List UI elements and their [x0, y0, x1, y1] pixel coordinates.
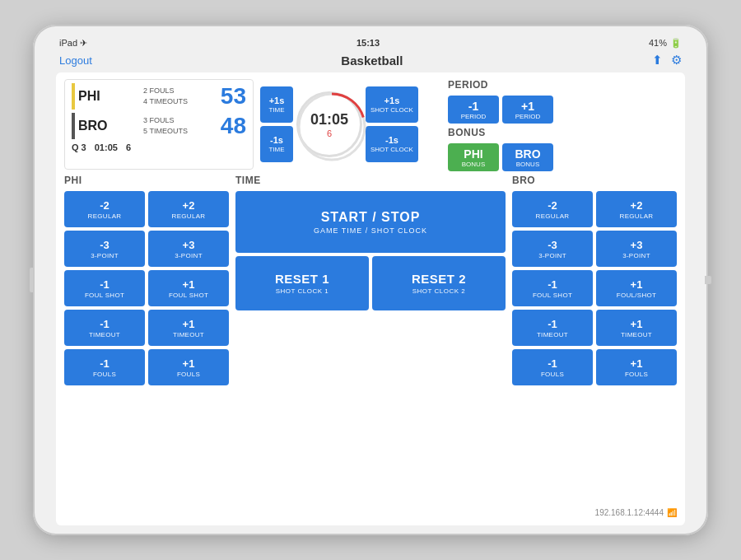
- period-label: PERIOD: [448, 79, 677, 91]
- bro-plus3-button[interactable]: +33-POINT: [596, 231, 677, 267]
- side-button-right: [705, 276, 711, 284]
- team1-fouls: 2 FOULS: [143, 86, 188, 96]
- bro-section-label: BRO: [512, 175, 677, 186]
- phi-row-2: -33-POINT +33-POINT: [64, 231, 229, 267]
- plus1s-time-button[interactable]: +1s TIME: [260, 86, 293, 123]
- time-column: TIME START / STOP GAME TIME / SHOT CLOCK…: [235, 175, 506, 502]
- share-icon[interactable]: ⬆: [652, 53, 663, 68]
- footer: 192.168.1.12:4444 📶: [64, 506, 677, 519]
- bro-minus1-timeout-button[interactable]: -1TIMEOUT: [512, 310, 593, 346]
- main-content: PHI 2 FOULS 4 TIMEOUTS 53 BRO 3 FOULS 5 …: [56, 72, 685, 525]
- scoreboard: PHI 2 FOULS 4 TIMEOUTS 53 BRO 3 FOULS 5 …: [64, 79, 254, 170]
- ip-address: 192.168.1.12:4444: [595, 508, 664, 517]
- phi-row-1: -2REGULAR +2REGULAR: [64, 191, 229, 227]
- phi-bonus-button[interactable]: PHI BONUS: [448, 143, 499, 171]
- phi-minus1-fouls-button[interactable]: -1FOULS: [64, 349, 145, 385]
- phi-plus3-button[interactable]: +33-POINT: [148, 231, 229, 267]
- clock-display: 01:05 6: [296, 91, 362, 157]
- bro-row-2: -33-POINT +33-POINT: [512, 231, 677, 267]
- phi-section-label: PHI: [64, 175, 229, 186]
- bro-minus1-foul-button[interactable]: -1FOUL SHOT: [512, 270, 593, 306]
- bro-column: BRO -2REGULAR +2REGULAR -33-POINT +33-PO…: [512, 175, 677, 502]
- phi-column: PHI -2REGULAR +2REGULAR -33-POINT +33-PO…: [64, 175, 229, 502]
- plus1s-shot-button[interactable]: +1s SHOT CLOCK: [366, 86, 418, 123]
- bro-plus1-foul-button[interactable]: +1FOUL/SHOT: [596, 270, 677, 306]
- reset1-button[interactable]: RESET 1 SHOT CLOCK 1: [235, 256, 369, 310]
- bro-row-3: -1FOUL SHOT +1FOUL/SHOT: [512, 270, 677, 306]
- bro-plus1-timeout-button[interactable]: +1TIMEOUT: [596, 310, 677, 346]
- bonus-label: BONUS: [448, 127, 677, 138]
- game-time: 01:05: [95, 142, 118, 152]
- phi-row-5: -1FOULS +1FOULS: [64, 349, 229, 385]
- bro-minus3-button[interactable]: -33-POINT: [512, 231, 593, 267]
- time-section-label: TIME: [235, 175, 506, 186]
- battery-label: 41%: [649, 38, 667, 48]
- team2-timeouts: 5 TIMEOUTS: [143, 126, 188, 137]
- status-bar: iPad ✈ 15:13 41% 🔋: [56, 35, 685, 51]
- bottom-section: PHI -2REGULAR +2REGULAR -33-POINT +33-PO…: [64, 175, 677, 502]
- period-minus-button[interactable]: -1 PERIOD: [448, 96, 499, 124]
- time-clock-controls: +1s TIME -1s TIME 01:05 6: [260, 79, 441, 170]
- phi-minus2-button[interactable]: -2REGULAR: [64, 191, 145, 227]
- minus1s-shot-button[interactable]: -1s SHOT CLOCK: [366, 126, 418, 162]
- nav-bar: Logout Basketball ⬆ ⚙: [56, 51, 685, 72]
- bro-bonus-button[interactable]: BRO BONUS: [502, 143, 553, 171]
- ipad-label: iPad ✈: [59, 38, 87, 49]
- battery-icon: 🔋: [670, 38, 682, 49]
- reset2-button[interactable]: RESET 2 SHOT CLOCK 2: [372, 256, 506, 310]
- wifi-icon: 📶: [667, 508, 677, 517]
- start-stop-button[interactable]: START / STOP GAME TIME / SHOT CLOCK: [235, 191, 506, 253]
- phi-plus1-timeout-button[interactable]: +1TIMEOUT: [148, 310, 229, 346]
- bro-row-4: -1TIMEOUT +1TIMEOUT: [512, 310, 677, 346]
- clock-status: 15:13: [357, 38, 380, 48]
- bro-row-1: -2REGULAR +2REGULAR: [512, 191, 677, 227]
- phi-minus3-button[interactable]: -33-POINT: [64, 231, 145, 267]
- bro-minus1-fouls-button[interactable]: -1FOULS: [512, 349, 593, 385]
- bro-plus1-fouls-button[interactable]: +1FOULS: [596, 349, 677, 385]
- phi-plus1-fouls-button[interactable]: +1FOULS: [148, 349, 229, 385]
- period-plus-button[interactable]: +1 PERIOD: [502, 96, 553, 124]
- possession-indicator: 6: [126, 142, 131, 152]
- team2-score: 48: [213, 113, 246, 139]
- phi-minus1-timeout-button[interactable]: -1TIMEOUT: [64, 310, 145, 346]
- phi-plus2-button[interactable]: +2REGULAR: [148, 191, 229, 227]
- top-section: PHI 2 FOULS 4 TIMEOUTS 53 BRO 3 FOULS 5 …: [64, 79, 677, 170]
- team2-name: BRO: [78, 119, 118, 133]
- team2-fouls: 3 FOULS: [143, 115, 188, 126]
- team1-score: 53: [213, 83, 246, 110]
- side-button: [30, 268, 33, 292]
- logout-button[interactable]: Logout: [59, 54, 92, 67]
- team1-timeouts: 4 TIMEOUTS: [143, 96, 188, 107]
- bro-row-5: -1FOULS +1FOULS: [512, 349, 677, 385]
- team1-name: PHI: [78, 89, 118, 104]
- phi-minus1-foul-button[interactable]: -1FOUL SHOT: [64, 270, 145, 306]
- reset-row: RESET 1 SHOT CLOCK 1 RESET 2 SHOT CLOCK …: [235, 256, 506, 502]
- bro-plus2-button[interactable]: +2REGULAR: [596, 191, 677, 227]
- bro-minus2-button[interactable]: -2REGULAR: [512, 191, 593, 227]
- minus1s-time-button[interactable]: -1s TIME: [260, 126, 293, 162]
- phi-row-3: -1FOUL SHOT +1FOUL SHOT: [64, 270, 229, 306]
- phi-row-4: -1TIMEOUT +1TIMEOUT: [64, 310, 229, 346]
- gear-icon[interactable]: ⚙: [671, 53, 682, 68]
- phi-plus1-foul-button[interactable]: +1FOUL SHOT: [148, 270, 229, 306]
- tablet-frame: iPad ✈ 15:13 41% 🔋 Logout Basketball ⬆ ⚙…: [33, 25, 708, 535]
- app-title: Basketball: [92, 54, 652, 68]
- period-bonus-panel: PERIOD -1 PERIOD +1 PERIOD BONUS PHI B: [448, 79, 677, 170]
- quarter-label: Q 3: [72, 142, 86, 152]
